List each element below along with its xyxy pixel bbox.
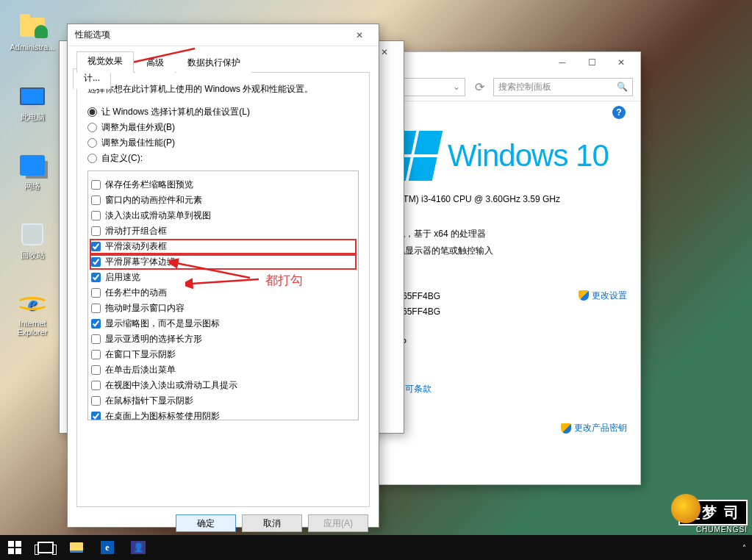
option-label: 淡入淡出或滑动菜单到视图: [105, 209, 211, 222]
intro-text: 选择你想在此计算机上使用的 Windows 外观和性能设置。: [87, 83, 359, 96]
task-view-button[interactable]: [37, 539, 54, 556]
edge-taskbar[interactable]: e: [99, 539, 116, 556]
effect-option[interactable]: 淡入淡出或滑动菜单到视图: [91, 209, 355, 222]
recycle-bin-icon: [18, 220, 46, 248]
option-label: 在桌面上为图标标签使用阴影: [105, 410, 220, 420]
effect-option[interactable]: 在单击后淡出菜单: [91, 364, 355, 376]
desktop-icon-administrator[interactable]: Administra...: [6, 13, 59, 51]
shield-icon: [579, 290, 589, 301]
windows10-text: Windows 10: [448, 138, 609, 173]
ie-icon: e: [18, 290, 46, 317]
checkbox-input[interactable]: [91, 396, 101, 406]
checkbox-input[interactable]: [91, 304, 101, 313]
option-label: 显示缩略图，而不是显示图标: [105, 317, 220, 330]
start-button[interactable]: [6, 539, 24, 556]
radio-best-performance[interactable]: 调整为最佳性能(P): [87, 137, 359, 149]
effect-option[interactable]: 窗口内的动画控件和元素: [91, 194, 355, 207]
checkbox-input[interactable]: [91, 365, 101, 375]
desktop-icon-this-pc[interactable]: 此电脑: [6, 82, 59, 123]
window-controls: ─ ☐ ✕: [548, 52, 636, 73]
app-taskbar[interactable]: 👤: [129, 539, 147, 556]
effect-option[interactable]: 平滑屏幕字体边缘: [91, 256, 355, 268]
option-label: 任务栏中的动画: [105, 287, 167, 299]
radio-input[interactable]: [87, 154, 97, 163]
change-product-key-row: 更改产品密钥: [387, 422, 627, 434]
change-settings-link[interactable]: 更改设置: [592, 290, 627, 301]
icon-label: Internet Explorer: [6, 319, 59, 337]
refresh-button[interactable]: ⟳: [470, 77, 489, 96]
option-label: 在鼠标指针下显示阴影: [105, 395, 193, 407]
windows-edition-logo: Windows 10: [387, 131, 627, 181]
option-label: 在窗口下显示阴影: [105, 348, 176, 361]
effect-option[interactable]: 启用速览: [91, 271, 355, 284]
tab-panel-visual-effects: 选择你想在此计算机上使用的 Windows 外观和性能设置。 让 Windows…: [76, 72, 370, 507]
checkbox-input[interactable]: [91, 211, 101, 220]
checkbox-input[interactable]: [91, 334, 101, 344]
tab-advanced[interactable]: 高级: [135, 52, 175, 73]
tray-chevron-icon[interactable]: ˄: [742, 544, 746, 552]
radio-input[interactable]: [87, 123, 97, 132]
checkbox-input[interactable]: [91, 180, 101, 190]
apply-button[interactable]: 应用(A): [308, 514, 368, 532]
option-label: 在单击后淡出菜单: [105, 364, 176, 376]
effects-listbox[interactable]: 保存任务栏缩略图预览窗口内的动画控件和元素淡入淡出或滑动菜单到视图滑动打开组合框…: [87, 170, 359, 420]
checkbox-input[interactable]: [91, 273, 101, 282]
radio-input[interactable]: [87, 107, 97, 117]
search-icon[interactable]: 🔍: [617, 82, 628, 92]
help-icon[interactable]: ?: [612, 106, 626, 119]
activation-terms: 件许可条款: [387, 383, 627, 395]
checkbox-input[interactable]: [91, 226, 101, 236]
effect-option[interactable]: 显示缩略图，而不是显示图标: [91, 317, 355, 330]
effect-option[interactable]: 显示亚透明的选择长方形: [91, 333, 355, 345]
option-label: 在视图中淡入淡出或滑动工具提示: [105, 379, 237, 392]
effect-option[interactable]: 平滑滚动列表框: [91, 240, 355, 253]
maximize-button[interactable]: ☐: [577, 52, 606, 73]
tab-dep[interactable]: 数据执行保护: [176, 52, 251, 73]
effect-option[interactable]: 任务栏中的动画: [91, 287, 355, 299]
this-pc-icon: [18, 82, 46, 110]
effect-option[interactable]: 拖动时显示窗口内容: [91, 302, 355, 315]
radio-best-appearance[interactable]: 调整为最佳外观(B): [87, 121, 359, 134]
taskbar[interactable]: e 👤 ˄: [0, 535, 752, 560]
checkbox-input[interactable]: [91, 319, 101, 329]
chevron-down-icon[interactable]: ⌄: [453, 82, 460, 92]
performance-options-dialog[interactable]: 性能选项 ✕ 视觉效果 高级 数据执行保护 选择你想在此计算机上使用的 Wind…: [67, 24, 379, 528]
option-label: 保存任务栏缩略图预览: [105, 179, 193, 191]
tab-visual-effects[interactable]: 视觉效果: [76, 51, 134, 73]
checkbox-input[interactable]: [91, 288, 101, 298]
icon-label: 此电脑: [6, 112, 59, 123]
cpu-info: ore(TM) i3-4160 CPU @ 3.60GHz 3.59 GHz: [387, 194, 627, 204]
minimize-button[interactable]: ─: [548, 52, 577, 73]
effect-option[interactable]: 在桌面上为图标标签使用阴影: [91, 410, 355, 420]
computer-name-row: VS-65FF4BG 更改设置: [387, 290, 627, 302]
checkbox-input[interactable]: [91, 381, 101, 390]
checkbox-input[interactable]: [91, 412, 101, 420]
watermark-subtext: CHUMENGSI: [678, 525, 748, 534]
file-explorer-taskbar[interactable]: [68, 539, 85, 556]
ok-button[interactable]: 确定: [176, 514, 236, 532]
checkbox-input[interactable]: [91, 242, 101, 251]
effect-option[interactable]: 滑动打开组合框: [91, 225, 355, 237]
search-input[interactable]: 搜索控制面板 🔍: [493, 78, 633, 96]
radio-label: 调整为最佳性能(P): [101, 137, 175, 149]
desktop-icon-ie[interactable]: e Internet Explorer: [6, 290, 59, 337]
effect-option[interactable]: 保存任务栏缩略图预览: [91, 179, 355, 191]
checkbox-input[interactable]: [91, 257, 101, 267]
annotation-text: 都打勾: [265, 272, 303, 289]
option-label: 拖动时显示窗口内容: [105, 302, 185, 315]
change-product-key-link[interactable]: 更改产品密钥: [574, 422, 627, 434]
effect-option[interactable]: 在鼠标指针下显示阴影: [91, 395, 355, 407]
radio-label: 自定义(C):: [101, 152, 143, 165]
radio-let-windows-choose[interactable]: 让 Windows 选择计算机的最佳设置(L): [87, 106, 359, 118]
close-button[interactable]: ✕: [606, 52, 636, 73]
effect-option[interactable]: 在视图中淡入淡出或滑动工具提示: [91, 379, 355, 392]
cancel-button[interactable]: 取消: [242, 514, 302, 532]
checkbox-input[interactable]: [91, 195, 101, 205]
close-button[interactable]: ✕: [345, 25, 374, 46]
checkbox-input[interactable]: [91, 350, 101, 359]
effect-option[interactable]: 在窗口下显示阴影: [91, 348, 355, 361]
desktop-icon-network[interactable]: 网络: [6, 151, 59, 192]
radio-input[interactable]: [87, 138, 97, 148]
desktop-icon-recycle-bin[interactable]: 回收站: [6, 220, 59, 261]
radio-custom[interactable]: 自定义(C):: [87, 152, 359, 165]
